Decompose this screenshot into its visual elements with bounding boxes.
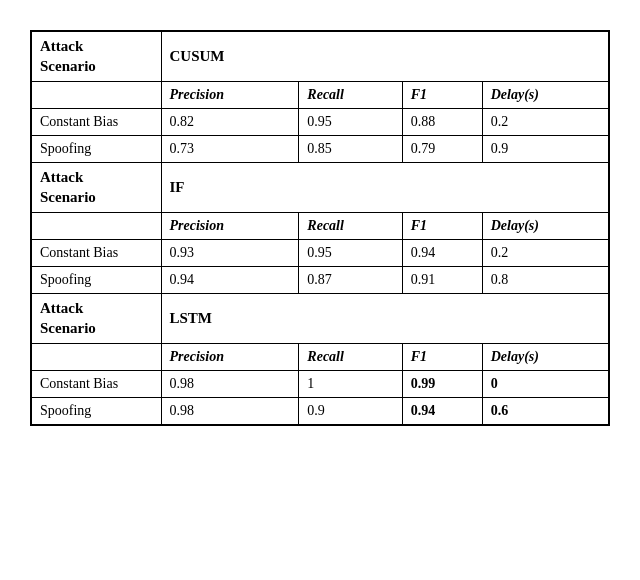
scenario-cell-1-1: Spoofing: [31, 267, 161, 294]
scenario-cell-0-1: Spoofing: [31, 136, 161, 163]
col-header-0-1: Recall: [299, 82, 402, 109]
method-label-1: IF: [161, 163, 609, 213]
attack-scenario-label-1: AttackScenario: [31, 163, 161, 213]
col-header-2-3: Delay(s): [482, 344, 609, 371]
recall-cell-1-0: 0.95: [299, 240, 402, 267]
precision-cell-0-1: 0.73: [161, 136, 299, 163]
attack-scenario-sublabel-2: [31, 344, 161, 371]
col-header-0-2: F1: [402, 82, 482, 109]
recall-cell-0-1: 0.85: [299, 136, 402, 163]
f1-cell-1-1: 0.91: [402, 267, 482, 294]
f1-cell-2-1: 0.94: [402, 398, 482, 426]
f1-cell-0-0: 0.88: [402, 109, 482, 136]
attack-scenario-sublabel-0: [31, 82, 161, 109]
col-header-2-0: Precision: [161, 344, 299, 371]
attack-scenario-label-0: AttackScenario: [31, 31, 161, 82]
scenario-cell-1-0: Constant Bias: [31, 240, 161, 267]
col-header-0-3: Delay(s): [482, 82, 609, 109]
precision-cell-1-0: 0.93: [161, 240, 299, 267]
recall-cell-1-1: 0.87: [299, 267, 402, 294]
precision-cell-1-1: 0.94: [161, 267, 299, 294]
delay-cell-2-0: 0: [482, 371, 609, 398]
col-header-1-3: Delay(s): [482, 213, 609, 240]
col-header-1-2: F1: [402, 213, 482, 240]
f1-cell-0-1: 0.79: [402, 136, 482, 163]
attack-scenario-sublabel-1: [31, 213, 161, 240]
attack-scenario-label-2: AttackScenario: [31, 294, 161, 344]
precision-cell-2-1: 0.98: [161, 398, 299, 426]
col-header-1-1: Recall: [299, 213, 402, 240]
delay-cell-1-0: 0.2: [482, 240, 609, 267]
recall-cell-2-1: 0.9: [299, 398, 402, 426]
f1-cell-2-0: 0.99: [402, 371, 482, 398]
precision-cell-2-0: 0.98: [161, 371, 299, 398]
method-label-2: LSTM: [161, 294, 609, 344]
comparison-table: AttackScenarioCUSUMPrecisionRecallF1Dela…: [30, 30, 610, 426]
method-label-0: CUSUM: [161, 31, 609, 82]
delay-cell-0-1: 0.9: [482, 136, 609, 163]
col-header-2-2: F1: [402, 344, 482, 371]
precision-cell-0-0: 0.82: [161, 109, 299, 136]
delay-cell-2-1: 0.6: [482, 398, 609, 426]
scenario-cell-2-0: Constant Bias: [31, 371, 161, 398]
recall-cell-0-0: 0.95: [299, 109, 402, 136]
delay-cell-0-0: 0.2: [482, 109, 609, 136]
f1-cell-1-0: 0.94: [402, 240, 482, 267]
scenario-cell-0-0: Constant Bias: [31, 109, 161, 136]
delay-cell-1-1: 0.8: [482, 267, 609, 294]
col-header-0-0: Precision: [161, 82, 299, 109]
scenario-cell-2-1: Spoofing: [31, 398, 161, 426]
col-header-2-1: Recall: [299, 344, 402, 371]
recall-cell-2-0: 1: [299, 371, 402, 398]
col-header-1-0: Precision: [161, 213, 299, 240]
